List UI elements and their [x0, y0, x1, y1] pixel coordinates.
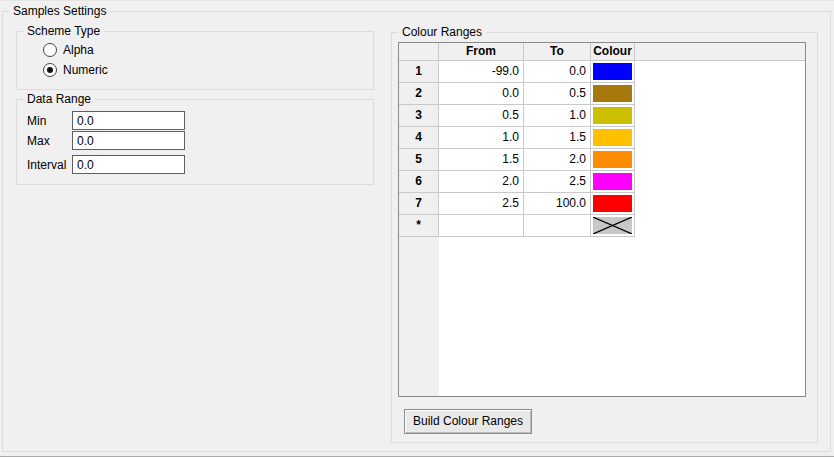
from-cell[interactable]: 1.0 — [439, 127, 524, 149]
colour-swatch[interactable] — [593, 107, 632, 124]
scheme-type-title: Scheme Type — [23, 24, 104, 38]
panel-title: Samples Settings — [9, 4, 110, 18]
max-field[interactable] — [72, 131, 185, 150]
interval-field[interactable] — [72, 155, 185, 174]
row-number[interactable]: 7 — [399, 193, 439, 215]
table-header-row: From To Colour — [399, 43, 805, 61]
corner-header-cell[interactable] — [399, 43, 439, 61]
row-number[interactable]: 1 — [399, 61, 439, 83]
table-row: 5 1.5 2.0 — [399, 149, 805, 171]
max-label: Max — [27, 134, 50, 149]
build-colour-ranges-button[interactable]: Build Colour Ranges — [404, 409, 532, 434]
from-column-header[interactable]: From — [439, 43, 524, 61]
colour-swatch[interactable] — [593, 173, 632, 190]
scheme-type-groupbox: Scheme Type — [16, 31, 374, 90]
colour-swatch[interactable] — [593, 85, 632, 102]
interval-label: Interval — [27, 158, 66, 173]
table-row: 4 1.0 1.5 — [399, 127, 805, 149]
from-cell[interactable] — [439, 215, 524, 237]
radio-numeric[interactable]: Numeric — [43, 63, 108, 77]
to-cell[interactable]: 1.0 — [524, 105, 591, 127]
colour-swatch[interactable] — [593, 63, 632, 80]
from-cell[interactable]: -99.0 — [439, 61, 524, 83]
radio-icon — [43, 43, 57, 57]
colour-swatch[interactable] — [593, 195, 632, 212]
min-field[interactable] — [72, 111, 185, 130]
colour-cell[interactable] — [591, 83, 635, 105]
colour-cell[interactable] — [591, 127, 635, 149]
colour-ranges-title: Colour Ranges — [398, 25, 486, 39]
to-cell[interactable] — [524, 215, 591, 237]
from-cell[interactable]: 0.5 — [439, 105, 524, 127]
to-cell[interactable]: 0.0 — [524, 61, 591, 83]
colour-cell[interactable] — [591, 215, 635, 237]
radio-numeric-label: Numeric — [63, 63, 108, 77]
colour-cell[interactable] — [591, 193, 635, 215]
to-cell[interactable]: 2.5 — [524, 171, 591, 193]
to-cell[interactable]: 2.0 — [524, 149, 591, 171]
to-column-header[interactable]: To — [524, 43, 591, 61]
from-cell[interactable]: 1.5 — [439, 149, 524, 171]
min-label: Min — [27, 114, 46, 129]
samples-settings-panel: Samples Settings Scheme Type Alpha Numer… — [0, 0, 834, 457]
from-cell[interactable]: 2.0 — [439, 171, 524, 193]
table-row: 2 0.0 0.5 — [399, 83, 805, 105]
row-number[interactable]: 4 — [399, 127, 439, 149]
colour-cell[interactable] — [591, 149, 635, 171]
table-row: 3 0.5 1.0 — [399, 105, 805, 127]
row-number[interactable]: 5 — [399, 149, 439, 171]
row-number[interactable]: 6 — [399, 171, 439, 193]
radio-alpha[interactable]: Alpha — [43, 43, 94, 57]
colour-cell[interactable] — [591, 105, 635, 127]
data-range-title: Data Range — [23, 92, 95, 106]
table-row: 6 2.0 2.5 — [399, 171, 805, 193]
colour-cell[interactable] — [591, 61, 635, 83]
row-number[interactable]: 2 — [399, 83, 439, 105]
table-new-row: * — [399, 215, 805, 237]
colour-swatch[interactable] — [593, 151, 632, 168]
to-cell[interactable]: 100.0 — [524, 193, 591, 215]
radio-icon — [43, 63, 57, 77]
to-cell[interactable]: 1.5 — [524, 127, 591, 149]
colour-column-header[interactable]: Colour — [591, 43, 635, 61]
from-cell[interactable]: 2.5 — [439, 193, 524, 215]
colour-cell[interactable] — [591, 171, 635, 193]
table-row: 1 -99.0 0.0 — [399, 61, 805, 83]
row-number[interactable]: * — [399, 215, 439, 237]
from-cell[interactable]: 0.0 — [439, 83, 524, 105]
empty-colour-swatch-icon[interactable] — [593, 217, 632, 234]
colour-ranges-table: From To Colour 1 -99.0 0.0 2 0.0 0.5 3 0… — [398, 42, 806, 397]
row-number[interactable]: 3 — [399, 105, 439, 127]
to-cell[interactable]: 0.5 — [524, 83, 591, 105]
row-header-strip — [399, 237, 439, 396]
radio-alpha-label: Alpha — [63, 43, 94, 57]
header-filler — [635, 43, 805, 61]
data-range-groupbox: Data Range — [16, 99, 374, 185]
colour-swatch[interactable] — [593, 129, 632, 146]
table-row: 7 2.5 100.0 — [399, 193, 805, 215]
